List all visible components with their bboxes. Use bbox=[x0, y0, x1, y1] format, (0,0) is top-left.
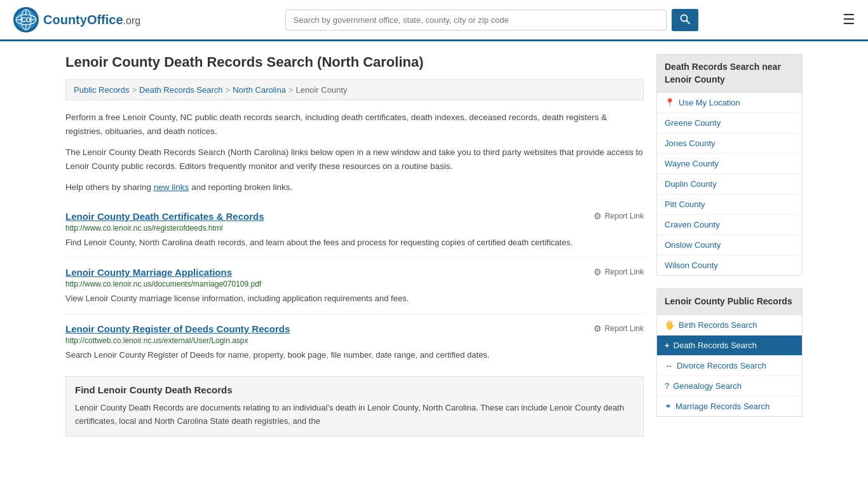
breadcrumb-current: Lenoir County bbox=[296, 85, 348, 95]
sidebar-death-records[interactable]: + Death Records Search bbox=[657, 336, 802, 356]
result-title-2[interactable]: Lenoir County Register of Deeds County R… bbox=[65, 323, 290, 334]
main-container: Lenoir County Death Records Search (Nort… bbox=[53, 41, 815, 449]
results-list: Lenoir County Death Certificates & Recor… bbox=[65, 202, 644, 370]
logo-text: CountyOffice.org bbox=[43, 13, 140, 27]
svg-line-9 bbox=[686, 20, 689, 24]
nearby-county-3[interactable]: Duplin County bbox=[657, 174, 802, 194]
use-my-location[interactable]: 📍 Use My Location bbox=[657, 93, 802, 113]
death-records-label: Death Records Search bbox=[674, 341, 757, 350]
nearby-county-0[interactable]: Greene County bbox=[657, 113, 802, 133]
result-url-0: http://www.co.lenoir.nc.us/registerofdee… bbox=[65, 224, 644, 233]
location-icon: 📍 bbox=[665, 98, 675, 107]
menu-button[interactable]: ☰ bbox=[843, 11, 855, 28]
result-url-2: http://cottweb.co.lenoir.nc.us/external/… bbox=[65, 336, 644, 345]
genealogy-icon: ? bbox=[665, 381, 669, 391]
nearby-list: 📍 Use My Location Greene County Jones Co… bbox=[656, 92, 803, 276]
new-links-link[interactable]: new links bbox=[154, 182, 189, 192]
nearby-county-4[interactable]: Pitt County bbox=[657, 194, 802, 215]
description-area: Perform a free Lenoir County, NC public … bbox=[65, 111, 644, 194]
nearby-county-6[interactable]: Onslow County bbox=[657, 235, 802, 255]
sidebar: Death Records Search near Lenoir County … bbox=[656, 54, 803, 437]
logo-area: CO CountyOffice.org bbox=[13, 6, 140, 33]
nearby-county-2[interactable]: Wayne County bbox=[657, 154, 802, 174]
breadcrumb-public-records[interactable]: Public Records bbox=[74, 85, 129, 95]
result-item: Lenoir County Death Certificates & Recor… bbox=[65, 202, 644, 259]
breadcrumb-death-records[interactable]: Death Records Search bbox=[139, 85, 223, 95]
report-link-icon-2: ⚙ bbox=[593, 323, 602, 334]
nearby-county-7[interactable]: Wilson County bbox=[657, 255, 802, 275]
marriage-records-label: Marriage Records Search bbox=[675, 402, 770, 411]
result-title-1[interactable]: Lenoir County Marriage Applications bbox=[65, 267, 232, 278]
use-location-label: Use My Location bbox=[679, 98, 740, 107]
result-url-1: http://www.co.lenoir.nc.us/documents/mar… bbox=[65, 280, 644, 288]
svg-text:CO: CO bbox=[22, 17, 31, 24]
find-section-text: Lenoir County Death Records are document… bbox=[75, 402, 634, 428]
nearby-section: Death Records Search near Lenoir County … bbox=[656, 54, 803, 276]
result-desc-1: View Lenoir County marriage license info… bbox=[65, 292, 644, 305]
result-title-0[interactable]: Lenoir County Death Certificates & Recor… bbox=[65, 211, 264, 222]
report-link-0[interactable]: ⚙ Report Link bbox=[593, 211, 644, 221]
public-records-heading: Lenoir County Public Records bbox=[656, 288, 803, 315]
divorce-records-label: Divorce Records Search bbox=[677, 361, 766, 370]
public-records-list: 🖐 Birth Records Search + Death Records S… bbox=[656, 315, 803, 417]
result-item: Lenoir County Marriage Applications ⚙ Re… bbox=[65, 258, 644, 315]
logo-icon: CO bbox=[13, 6, 39, 33]
result-desc-0: Find Lenoir County, North Carolina death… bbox=[65, 236, 644, 249]
genealogy-label: Genealogy Search bbox=[673, 381, 742, 391]
birth-records-label: Birth Records Search bbox=[679, 320, 757, 330]
divorce-records-icon: ↔ bbox=[665, 361, 673, 370]
sidebar-marriage-records[interactable]: ⚭ Marriage Records Search bbox=[657, 396, 802, 416]
search-input[interactable] bbox=[285, 10, 667, 30]
report-link-1[interactable]: ⚙ Report Link bbox=[593, 267, 644, 277]
nearby-county-5[interactable]: Craven County bbox=[657, 215, 802, 235]
nearby-heading: Death Records Search near Lenoir County bbox=[656, 54, 803, 92]
report-link-2[interactable]: ⚙ Report Link bbox=[593, 323, 644, 334]
breadcrumb: Public Records > Death Records Search > … bbox=[65, 79, 644, 100]
find-section-heading: Find Lenoir County Death Records bbox=[75, 384, 634, 395]
sidebar-birth-records[interactable]: 🖐 Birth Records Search bbox=[657, 315, 802, 336]
find-section: Find Lenoir County Death Records Lenoir … bbox=[65, 376, 644, 437]
death-records-icon: + bbox=[665, 341, 670, 350]
search-button[interactable] bbox=[672, 9, 698, 31]
page-title: Lenoir County Death Records Search (Nort… bbox=[65, 54, 644, 71]
breadcrumb-north-carolina[interactable]: North Carolina bbox=[233, 85, 286, 95]
description-para2: The Lenoir County Death Records Search (… bbox=[65, 146, 644, 173]
header: CO CountyOffice.org ☰ bbox=[0, 0, 868, 41]
sidebar-divorce-records[interactable]: ↔ Divorce Records Search bbox=[657, 356, 802, 376]
description-para3: Help others by sharing new links and rep… bbox=[65, 180, 644, 194]
result-item: Lenoir County Register of Deeds County R… bbox=[65, 315, 644, 370]
search-icon bbox=[680, 14, 690, 24]
report-link-icon-0: ⚙ bbox=[593, 211, 602, 221]
report-link-icon-1: ⚙ bbox=[593, 267, 602, 277]
description-para1: Perform a free Lenoir County, NC public … bbox=[65, 111, 644, 138]
search-area bbox=[285, 9, 698, 31]
sidebar-genealogy[interactable]: ? Genealogy Search bbox=[657, 376, 802, 396]
content: Lenoir County Death Records Search (Nort… bbox=[65, 54, 644, 437]
marriage-records-icon: ⚭ bbox=[665, 402, 672, 411]
nearby-county-1[interactable]: Jones County bbox=[657, 133, 802, 154]
public-records-section: Lenoir County Public Records 🖐 Birth Rec… bbox=[656, 288, 803, 417]
result-desc-2: Search Lenoir County Register of Deeds f… bbox=[65, 349, 644, 362]
birth-records-icon: 🖐 bbox=[665, 320, 675, 330]
